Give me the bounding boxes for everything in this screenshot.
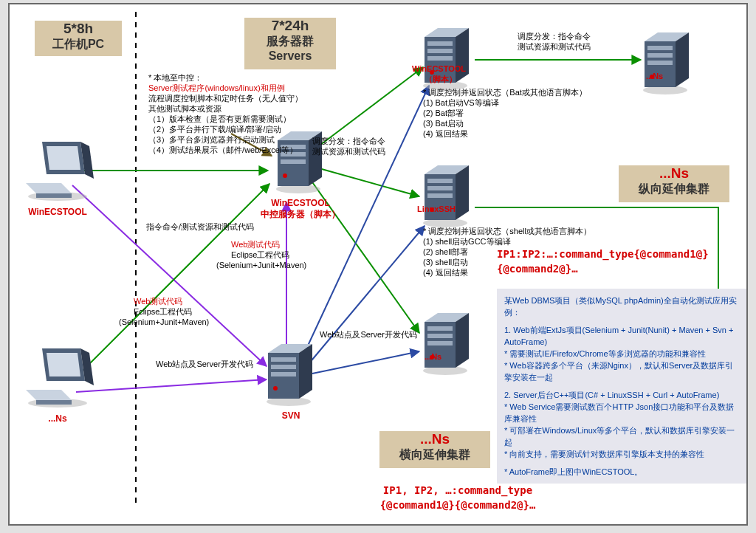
dispatch2-l2: 测试资源和测试代码 — [518, 41, 591, 52]
dispatch2-l1: 调度分发：指令命令 — [518, 31, 591, 41]
svg-marker-68 — [676, 32, 689, 87]
svn-label: SVN — [261, 410, 321, 421]
svg-rect-71 — [647, 53, 673, 58]
proto2-l2: {@command1@}{@command2@}… — [336, 499, 580, 511]
right-top-label: ...Ns — [646, 71, 663, 81]
svg-line-11 — [309, 226, 425, 364]
note-b1: 2. Server后台C++项目(C# + LinuxSSH + Curl + … — [504, 389, 739, 401]
note-box: 某Web DBMS项目（类似MySQL phpAdmin)全自动化测试应用实例：… — [497, 289, 746, 484]
desktop-icon — [17, 344, 98, 410]
mid-list-hdr: * 调度控制并返回状态（shell或其他语言脚本） — [423, 226, 591, 236]
bottom-sub: 横向延伸集群 — [379, 447, 490, 463]
proto1-l1: IP1:IP2:…:command_type{@command1@} — [497, 248, 709, 260]
local-l2: 其他测试脚本或资源 — [148, 103, 221, 114]
svg-marker-19 — [36, 193, 72, 198]
right-sub: 纵向延伸集群 — [619, 182, 729, 197]
webtest1-l1: Eclipse工程代码 — [231, 250, 289, 260]
svg-marker-18 — [26, 183, 72, 193]
server-icon — [417, 313, 478, 376]
top-header-box: 7*24h 服务器群 Servers — [244, 18, 336, 69]
top-list-l1: (1) Bat启动VS等编译 — [423, 97, 499, 108]
pc1-label: WinECSTOOL — [17, 207, 98, 217]
local-l5: （3）多平台多浏览器并行启动测试 — [148, 134, 275, 145]
svg-marker-36 — [299, 344, 312, 399]
left-sub: 工作机PC — [35, 37, 122, 52]
note-b2: * Web Service需要测试数百个HTTP Json接口功能和平台及数据库… — [504, 401, 739, 424]
central-l2: 中控服务器（脚本） — [261, 208, 340, 221]
svg-marker-24 — [26, 390, 72, 400]
svg-line-12 — [312, 351, 419, 374]
svg-line-2 — [72, 185, 267, 366]
proto2-l1: IP1, IP2, …:command_type — [336, 484, 580, 496]
local-l3: （1）版本检查（是否有更新需要测试） — [148, 114, 291, 124]
svg-marker-52 — [456, 165, 469, 220]
svg-point-41 — [273, 386, 278, 391]
local-red: Server测试程序(windows/linux)和用例 — [148, 83, 285, 93]
pc1-node: WinECSTOOL — [17, 137, 98, 217]
svg-rect-39 — [271, 365, 296, 369]
webtest2-hdr: Web测试代码 — [134, 296, 182, 306]
right-top-server-node — [637, 32, 698, 99]
svg-rect-70 — [647, 46, 673, 50]
top-server-l2: （脚本） — [425, 74, 457, 84]
dispatch-l2: 测试资源和测试代码 — [312, 146, 385, 157]
mid-server-node — [417, 165, 478, 232]
pc2-label: ...Ns — [17, 413, 98, 424]
svg-rect-63 — [427, 334, 453, 338]
top-list-l4: (4) 返回结果 — [423, 128, 468, 139]
svg-rect-32 — [281, 159, 306, 164]
local-l4: （2）多平台并行下载/编译/部署/启动 — [148, 124, 281, 134]
top-en: Servers — [244, 49, 336, 63]
mid-list-l1: (1) shell启动GCC等编译 — [423, 236, 511, 247]
top-list-hdr: * 调度控制并返回状态（Bat或其他语言脚本） — [423, 87, 587, 97]
webtest2-l1: Eclipse工程代码 — [134, 306, 192, 317]
svg-rect-46 — [427, 41, 453, 46]
top-server-node — [417, 28, 478, 94]
svn-line-l: Web站点及Server开发代码 — [156, 359, 253, 369]
bottom-cluster-box: ...Ns 横向延伸集群 — [379, 431, 490, 468]
right-ns: ...Ns — [619, 165, 729, 182]
note-a1: 1. Web前端ExtJs项目(Selenium + Junit(Nunit) … — [504, 324, 739, 348]
svg-rect-62 — [427, 326, 453, 331]
svg-marker-60 — [456, 313, 469, 368]
webtest1-hdr: Web测试代码 — [231, 239, 280, 250]
webtest2-l2: (Selenium+Junit+Maven) — [119, 317, 209, 327]
note-a3: * Web容器跨多个平台（来源Nginx），默认和Server及数据库引擎安装在… — [504, 360, 739, 383]
svg-rect-48 — [427, 56, 453, 61]
svg-rect-55 — [427, 186, 453, 190]
top-hours: 7*24h — [244, 18, 336, 34]
top-list-l3: (3) Bat启动 — [423, 118, 464, 128]
note-b3: * 可部署在Windows/Linux等多个平台，默认和数据库引擎安装一起 — [504, 424, 739, 448]
svg-marker-25 — [36, 400, 72, 405]
svn-node: SVN — [261, 344, 321, 421]
mid-list-l3: (3) shell启动 — [423, 257, 468, 267]
svg-rect-54 — [427, 179, 453, 183]
local-hdr: * 本地至中控： — [148, 72, 202, 83]
server-icon — [637, 32, 698, 96]
svg-marker-17 — [47, 146, 80, 170]
svg-rect-47 — [427, 49, 453, 53]
top-list-l2: (2) Bat部署 — [423, 108, 464, 118]
svg-point-33 — [283, 173, 287, 178]
server-icon — [261, 344, 321, 408]
right-cluster-box: ...Ns 纵向延伸集群 — [619, 165, 729, 202]
pc2-node: ...Ns — [17, 344, 98, 424]
left-header-box: 5*8h 工作机PC — [35, 21, 122, 56]
local-l6: （4）测试结果展示（邮件/web/Excel等） — [148, 145, 298, 155]
top-cn: 服务器群 — [244, 34, 336, 49]
svg-rect-56 — [427, 193, 453, 198]
mid-list-l2: (2) shell部署 — [423, 247, 468, 257]
top-server-l1: WinECSTOOL — [412, 63, 466, 74]
central-l1: WinECSTOOL — [261, 198, 340, 208]
svg-marker-44 — [456, 28, 469, 83]
svg-rect-38 — [271, 357, 296, 362]
left-hours: 5*8h — [35, 21, 122, 37]
dispatch-l1: 调度分发：指令命令 — [312, 136, 385, 146]
mid-server-label: LinuxSSH — [417, 204, 456, 214]
local-l1: 流程调度控制脚本和定时任务（无人值守） — [148, 93, 303, 103]
bot-server-node — [417, 313, 478, 379]
note-b4: * 向前支持，需要测试针对数据库引擎版本支持的兼容性 — [504, 448, 739, 460]
svg-line-4 — [76, 379, 267, 392]
bottom-ns: ...Ns — [379, 431, 490, 447]
proto1-l2: {@command2@}… — [497, 263, 578, 275]
